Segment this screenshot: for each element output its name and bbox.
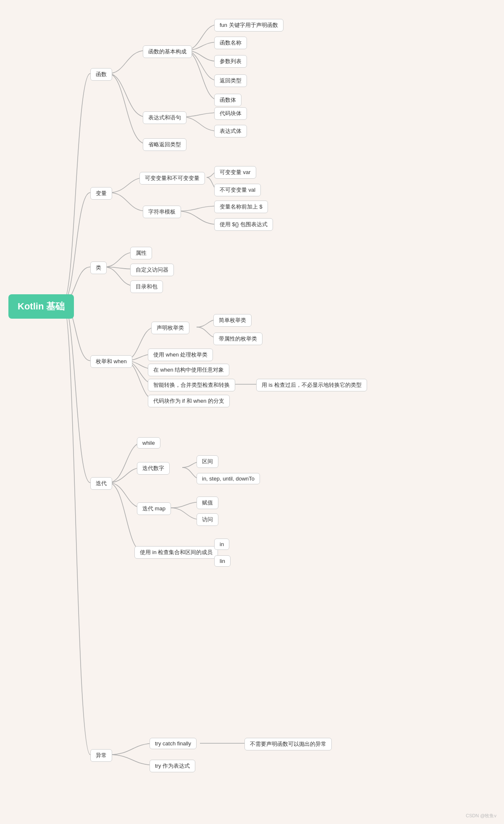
- node-不需要声明函数注释: 不需要声明函数可以抛出的异常: [244, 738, 332, 750]
- node-函数的基本构成: 函数的基本构成: [143, 45, 192, 58]
- node-try作为表达式: try 作为表达式: [150, 760, 195, 772]
- node-try-catch-finally: try catch finally: [150, 738, 197, 749]
- node-代码块作为if和when的分支: 代码块作为 if 和 when 的分支: [148, 395, 230, 407]
- node-字符串模板: 字符串模板: [143, 206, 181, 218]
- node-使用in检查集合和区间的成员: 使用 in 检查集合和区间的成员: [134, 546, 218, 559]
- node-迭代map: 迭代 map: [137, 502, 171, 515]
- node-可变变量var: 可变变量 var: [214, 166, 256, 179]
- node-在when结构中使用任意对象: 在 when 结构中使用任意对象: [148, 364, 229, 376]
- node-返回类型: 返回类型: [214, 74, 247, 87]
- node-智能转换: 智能转换，合并类型检查和转换: [148, 379, 235, 391]
- node-变量: 变量: [90, 187, 112, 200]
- node-迭代数字: 迭代数字: [137, 462, 170, 475]
- node-属性: 属性: [130, 247, 152, 259]
- node-使用when处理枚举类: 使用 when 处理枚举类: [148, 349, 213, 361]
- watermark: CSDN @牧鱼v: [466, 813, 496, 819]
- node-表达式体: 表达式体: [214, 125, 247, 137]
- node-表达式和语句: 表达式和语句: [143, 111, 186, 124]
- node-while: while: [137, 437, 160, 449]
- node-用is检查注释: 用 is 检查过后，不必显示地转换它的类型: [256, 379, 367, 391]
- node-代码块体: 代码块体: [214, 107, 247, 120]
- node-函数体: 函数体: [214, 94, 242, 106]
- node-带属性的枚举类: 带属性的枚举类: [213, 333, 262, 345]
- node-目录和包: 目录和包: [130, 280, 163, 293]
- node-枚举和when: 枚举和 when: [90, 355, 132, 368]
- node-lin: lin: [214, 555, 231, 567]
- node-区间: 区间: [197, 455, 218, 468]
- node-变量名称前加$: 变量名称前加上 $: [214, 201, 268, 213]
- node-省略返回类型: 省略返回类型: [143, 138, 186, 151]
- node-迭代: 迭代: [90, 477, 112, 490]
- node-异常: 异常: [90, 749, 112, 762]
- node-使用包围表达式: 使用 ${} 包围表达式: [214, 218, 273, 231]
- node-函数: 函数: [90, 68, 112, 81]
- node-fun关键字: fun 关键字用于声明函数: [214, 19, 284, 32]
- node-可变变量和不可变变量: 可变变量和不可变变量: [139, 172, 205, 185]
- node-访问: 访问: [197, 513, 218, 526]
- node-自定义访问器: 自定义访问器: [130, 264, 174, 276]
- node-声明枚举类: 声明枚举类: [151, 322, 189, 334]
- node-不可变变量val: 不可变变量 val: [214, 184, 261, 196]
- node-函数名称: 函数名称: [214, 37, 247, 49]
- node-赋值: 赋值: [197, 497, 218, 509]
- node-in-step-until-downTo: in, step, until, downTo: [197, 473, 260, 484]
- root-label: Kotlin 基础: [8, 294, 74, 319]
- node-简单枚举类: 简单枚举类: [213, 314, 252, 327]
- node-参数列表: 参数列表: [214, 55, 247, 68]
- node-类: 类: [90, 261, 107, 274]
- node-in: in: [214, 539, 229, 550]
